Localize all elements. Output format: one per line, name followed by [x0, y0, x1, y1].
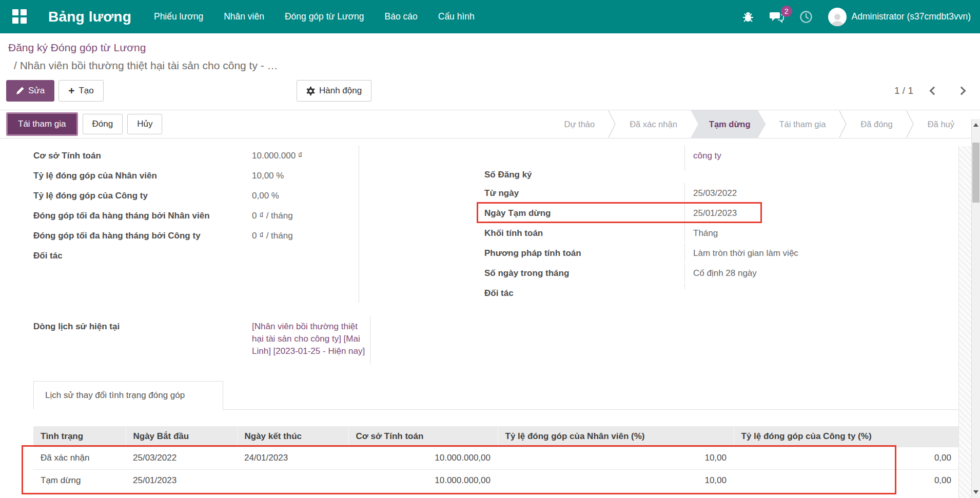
field-value-ty-le-cong-ty: 0,00 %	[244, 186, 359, 204]
col-header-ngay-ket-thuc[interactable]: Ngày kết thúc	[237, 426, 348, 447]
table-row[interactable]: Tạm dừng 25/01/2023 10.000.000,00 10,00 …	[33, 469, 958, 492]
cell-ngay-bat-dau: 25/01/2023	[126, 469, 237, 492]
history-line-row: Dòng lịch sử hiện tại [Nhân viên bồi thư…	[33, 316, 370, 365]
step-separator-icon	[608, 110, 616, 138]
status-step-tai-tham-gia[interactable]: Tái tham gia	[766, 110, 839, 138]
field-value-phuong-phap: Làm tròn thời gian làm việc	[684, 243, 958, 262]
cell-tinh-trang: Tạm dừng	[33, 469, 126, 492]
col-header-tinh-trang[interactable]: Tình trạng	[33, 426, 126, 447]
menu-item-phieu-luong[interactable]: Phiếu lương	[154, 11, 203, 22]
field-label-phuong-phap: Phương pháp tính toán	[484, 243, 684, 262]
messages-badge: 2	[781, 6, 792, 17]
cell-ty-le-nv: 10,00	[498, 447, 734, 469]
cell-ngay-ket-thuc: 24/01/2023	[237, 447, 348, 469]
field-value-so-dang-ky	[684, 165, 958, 171]
messages-icon[interactable]: 2	[770, 11, 784, 23]
breadcrumb-current: / Nhân viên bồi thường thiệt hại tài sản…	[8, 59, 972, 72]
field-label-toi-da-nhan-vien: Đóng góp tối đa hàng tháng bởi Nhân viên	[33, 206, 244, 224]
close-button[interactable]: Đóng	[83, 114, 123, 134]
field-value-ty-le-nhan-vien: 10,00 %	[244, 166, 359, 184]
col-header-co-so-tinh-toan[interactable]: Cơ sở Tính toán	[348, 426, 498, 447]
action-button-row: Sửa + Tạo Hành động 1 / 1	[0, 79, 980, 102]
gear-icon	[306, 87, 315, 95]
form-sheet: Cơ sở Tính toán 10.000.000 ₫ Tỷ lệ đóng …	[0, 138, 980, 492]
table-header-row: Tình trạng Ngày Bắt đầu Ngày kết thúc Cơ…	[33, 426, 958, 447]
field-label-toi-da-cong-ty: Đóng góp tối đa hàng tháng bởi Công ty	[33, 226, 244, 244]
tab-lich-su-thay-doi[interactable]: Lịch sử thay đổi tình trạng đóng góp	[33, 381, 223, 410]
col-header-ty-le-cong-ty[interactable]: Tỷ lệ đóng góp của Công ty (%)	[734, 426, 958, 447]
status-step-da-xac-nhan[interactable]: Đã xác nhận	[616, 110, 691, 138]
field-label-doi-tac-trai: Đối tác	[33, 246, 244, 264]
user-name: Administrator (s37cmdbt3vvn)	[852, 11, 971, 22]
field-value-co-so-tinh-toan: 10.000.000 ₫	[244, 146, 359, 164]
top-navbar: Bảng lương Phiếu lương Nhân viên Đóng gó…	[0, 0, 980, 33]
step-separator-icon	[839, 110, 847, 138]
status-steps: Dự thảo Đã xác nhận Tạm dừng Tái tham gi…	[551, 110, 968, 138]
pager-next-icon[interactable]	[957, 87, 966, 95]
create-button[interactable]: + Tạo	[58, 80, 104, 102]
scroll-down-icon[interactable]	[973, 490, 978, 494]
field-value-khoi-tinh-toan: Tháng	[684, 223, 958, 242]
avatar	[828, 8, 847, 26]
status-step-tam-dung[interactable]: Tạm dừng	[691, 110, 766, 138]
notebook-tabstrip: Lịch sử thay đổi tình trạng đóng góp	[33, 381, 958, 410]
plus-icon: +	[68, 87, 74, 95]
col-header-ngay-bat-dau[interactable]: Ngày Bắt đầu	[126, 426, 237, 447]
field-label-co-so-tinh-toan: Cơ sở Tính toán	[33, 146, 244, 164]
field-value-so-ngay: Cố định 28 ngày	[684, 263, 958, 282]
history-table: Tình trạng Ngày Bắt đầu Ngày kết thúc Cơ…	[33, 426, 958, 492]
field-value-cong-ty-partial[interactable]: công ty	[684, 146, 958, 164]
breadcrumb-parent-link[interactable]: Đăng ký Đóng góp từ Lương	[8, 42, 972, 54]
field-value-ngay-tam-dung: 25/01/2023	[684, 203, 958, 222]
cell-ty-le-ct: 0,00	[734, 469, 958, 492]
apps-grid-icon[interactable]	[12, 9, 28, 25]
field-label-so-dang-ky: Số Đăng ký	[484, 165, 684, 183]
status-step-da-dong[interactable]: Đã đóng	[847, 110, 906, 138]
cell-ty-le-nv: 10,00	[498, 469, 734, 492]
field-label-tu-ngay: Từ ngày	[484, 183, 684, 202]
statusbar: Tái tham gia Đóng Hủy Dự thảo Đã xác nhậ…	[0, 110, 980, 138]
vertical-scrollbar[interactable]	[971, 119, 980, 498]
step-separator-icon	[906, 110, 914, 138]
clock-icon[interactable]	[799, 10, 813, 24]
reengage-button[interactable]: Tái tham gia	[6, 112, 78, 136]
status-step-da-huy[interactable]: Đã huỷ	[914, 110, 968, 138]
cell-co-so: 10.000.000,00	[348, 447, 498, 469]
main-menu: Phiếu lương Nhân viên Đóng góp từ Lương …	[154, 11, 475, 22]
col-header-ty-le-nhan-vien[interactable]: Tỷ lệ đóng góp của Nhân viên (%)	[498, 426, 734, 447]
field-label-doi-tac-phai: Đối tác	[484, 283, 684, 302]
pager-prev-icon[interactable]	[930, 87, 938, 95]
cell-ngay-ket-thuc	[237, 469, 348, 492]
scroll-up-icon[interactable]	[973, 123, 978, 127]
menu-item-dong-gop[interactable]: Đóng góp từ Lương	[285, 11, 364, 22]
cancel-button[interactable]: Hủy	[127, 114, 162, 134]
menu-item-cau-hinh[interactable]: Cấu hình	[438, 11, 475, 22]
field-value-doi-tac-phai	[684, 283, 958, 289]
field-label-so-ngay: Số ngày trong tháng	[484, 263, 684, 282]
cell-co-so: 10.000.000,00	[348, 469, 498, 492]
field-label-ty-le-nhan-vien: Tỷ lệ đóng góp của Nhân viên	[33, 166, 244, 184]
menu-item-nhan-vien[interactable]: Nhân viên	[224, 11, 264, 22]
cell-ty-le-ct: 0,00	[734, 447, 958, 469]
field-value-toi-da-nhan-vien: 0 ₫ / tháng	[244, 206, 359, 224]
edit-button[interactable]: Sửa	[6, 80, 54, 102]
table-row[interactable]: Đã xác nhận 25/03/2022 24/01/2023 10.000…	[33, 447, 958, 469]
menu-item-bao-cao[interactable]: Báo cáo	[385, 11, 418, 22]
user-menu[interactable]: Administrator (s37cmdbt3vvn)	[828, 8, 971, 26]
form-group-right: công ty Số Đăng ký Từ ngày 25/03/2022 Ng…	[484, 146, 958, 303]
bug-icon[interactable]	[742, 11, 754, 23]
pencil-icon	[16, 87, 24, 95]
scrollbar-thumb[interactable]	[972, 143, 979, 203]
field-label-dong-lich-su: Dòng lịch sử hiện tại	[33, 316, 244, 360]
field-value-doi-tac-trai	[244, 246, 359, 252]
field-label-ngay-tam-dung: Ngày Tạm dừng	[484, 203, 684, 222]
field-label-ty-le-cong-ty: Tỷ lệ đóng góp của Công ty	[33, 186, 244, 204]
cell-ngay-bat-dau: 25/03/2022	[126, 447, 237, 469]
field-value-dong-lich-su[interactable]: [Nhân viên bồi thường thiệt hại tài sản …	[244, 316, 370, 360]
app-title[interactable]: Bảng lương	[48, 9, 131, 25]
status-step-du-thao[interactable]: Dự thảo	[551, 110, 609, 138]
pager-count: 1 / 1	[894, 85, 913, 96]
action-menu-button[interactable]: Hành động	[297, 80, 371, 102]
field-label-khoi-tinh-toan: Khối tính toán	[484, 223, 684, 242]
cell-tinh-trang: Đã xác nhận	[33, 447, 126, 469]
